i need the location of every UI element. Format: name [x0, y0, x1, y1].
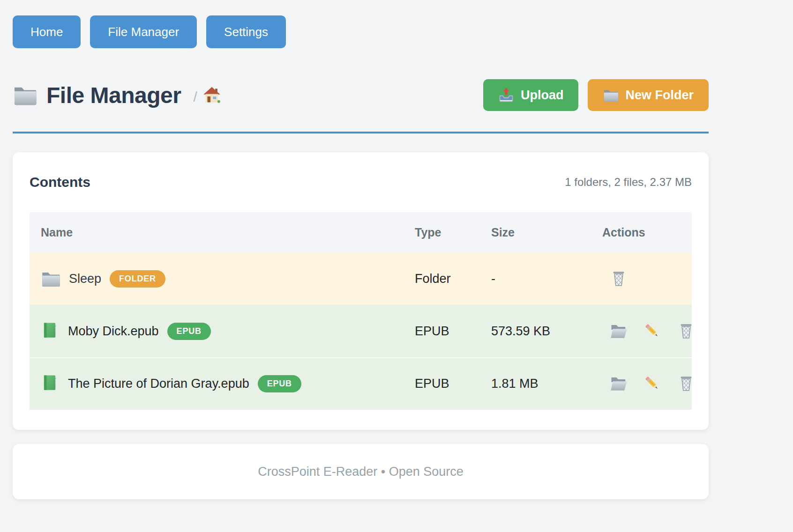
- new-folder-button[interactable]: New Folder: [588, 79, 709, 111]
- new-folder-button-label: New Folder: [625, 88, 694, 103]
- pencil-icon: [643, 375, 661, 392]
- book-icon: [41, 374, 60, 393]
- folder-icon: [603, 87, 619, 103]
- contents-summary: 1 folders, 2 files, 2.37 MB: [565, 176, 692, 189]
- epub-badge: EPUB: [167, 323, 211, 340]
- delete-button[interactable]: [610, 270, 628, 288]
- type-cell: EPUB: [415, 324, 491, 339]
- house-icon[interactable]: [203, 86, 221, 104]
- header-actions: Upload New Folder: [483, 79, 709, 111]
- folder-badge: FOLDER: [110, 270, 165, 288]
- title-wrap: File Manager /: [13, 82, 221, 108]
- epub-badge: EPUB: [258, 375, 301, 392]
- move-button[interactable]: [610, 322, 628, 340]
- actions-cell: [602, 270, 692, 288]
- actions-cell: [602, 375, 695, 392]
- size-cell: 573.59 KB: [491, 324, 602, 339]
- top-nav: Home File Manager Settings: [13, 0, 709, 48]
- contents-card: Contents 1 folders, 2 files, 2.37 MB Nam…: [13, 152, 709, 430]
- table-row-file[interactable]: The Picture of Dorian Gray.epub EPUB EPU…: [30, 357, 692, 410]
- name-cell: The Picture of Dorian Gray.epub EPUB: [30, 374, 415, 393]
- delete-button[interactable]: [677, 322, 695, 340]
- table-row-folder[interactable]: Sleep FOLDER Folder -: [30, 252, 692, 305]
- footer-card: CrossPoint E-Reader • Open Source: [13, 444, 709, 499]
- contents-card-header: Contents 1 folders, 2 files, 2.37 MB: [30, 152, 692, 212]
- open-folder-icon: [610, 322, 628, 340]
- page-title: File Manager: [46, 82, 181, 108]
- trash-icon: [677, 322, 695, 340]
- type-cell: Folder: [415, 272, 491, 286]
- rename-button[interactable]: [643, 375, 661, 392]
- move-button[interactable]: [610, 375, 628, 392]
- file-name[interactable]: The Picture of Dorian Gray.epub: [68, 377, 249, 391]
- column-header-actions: Actions: [602, 226, 692, 239]
- book-icon: [41, 322, 60, 340]
- nav-settings-button[interactable]: Settings: [206, 15, 286, 48]
- breadcrumb-separator: /: [193, 89, 197, 105]
- trash-icon: [677, 375, 695, 392]
- contents-heading: Contents: [30, 174, 90, 190]
- delete-button[interactable]: [677, 375, 695, 392]
- pencil-icon: [643, 322, 661, 340]
- trash-icon: [610, 270, 628, 288]
- file-table: Name Type Size Actions Sleep FOLDER Fold…: [30, 212, 692, 410]
- column-header-type: Type: [415, 226, 491, 239]
- nav-home-button[interactable]: Home: [13, 15, 81, 48]
- page: Home File Manager Settings File Manager …: [13, 0, 709, 499]
- title-divider: [13, 132, 709, 133]
- file-table-header-row: Name Type Size Actions: [30, 212, 692, 252]
- upload-button[interactable]: Upload: [483, 79, 579, 111]
- type-cell: EPUB: [415, 377, 491, 391]
- upload-button-label: Upload: [521, 88, 564, 103]
- actions-cell: [602, 322, 695, 340]
- size-cell: -: [491, 272, 602, 286]
- rename-button[interactable]: [643, 322, 661, 340]
- upload-tray-icon: [498, 87, 514, 103]
- column-header-name: Name: [30, 226, 415, 239]
- name-cell: Sleep FOLDER: [30, 269, 415, 288]
- open-folder-icon: [610, 375, 628, 392]
- size-cell: 1.81 MB: [491, 377, 602, 391]
- file-name[interactable]: Moby Dick.epub: [68, 324, 159, 339]
- page-header: File Manager / Upload New Folder: [13, 79, 709, 111]
- column-header-size: Size: [491, 226, 602, 239]
- breadcrumb: /: [193, 86, 220, 104]
- file-name[interactable]: Sleep: [69, 272, 101, 286]
- footer-text: CrossPoint E-Reader • Open Source: [258, 465, 464, 479]
- nav-file-manager-button[interactable]: File Manager: [90, 15, 197, 48]
- name-cell: Moby Dick.epub EPUB: [30, 322, 415, 340]
- folder-icon: [41, 269, 60, 288]
- table-row-file[interactable]: Moby Dick.epub EPUB EPUB 573.59 KB: [30, 305, 692, 357]
- folder-icon: [13, 83, 37, 107]
